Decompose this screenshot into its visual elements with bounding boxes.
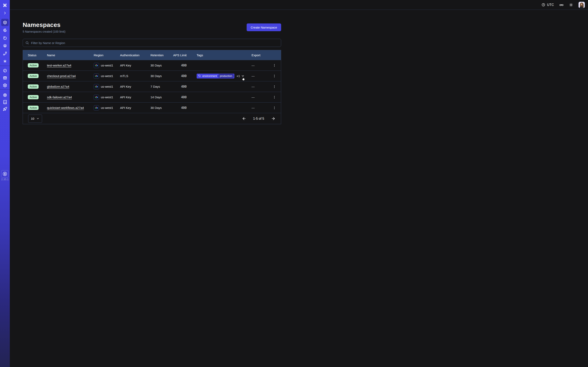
export-cell: — (247, 74, 268, 78)
status-badge: Active (28, 74, 39, 78)
status-badge: Active (28, 95, 39, 99)
namespace-link[interactable]: checkout-prod.a27a4 (47, 74, 76, 78)
sidebar-divider (0, 89, 10, 90)
aps-limit-cell: 400 (168, 64, 192, 67)
tags-cell: environment production +1 (192, 74, 247, 78)
page-title: Namespaces (23, 21, 65, 28)
search-icon (25, 41, 29, 45)
expand-chevron-icon[interactable] (1, 9, 9, 17)
aps-limit-cell: 400 (168, 106, 192, 110)
pagination-range: 1-5 of 5 (253, 117, 264, 120)
name-cell: sdk-failover.a27a4 (42, 95, 89, 99)
gcp-cloud-icon (94, 95, 99, 100)
sidebar-item-batch-operations[interactable] (1, 50, 9, 57)
row-menu-kebab-icon[interactable] (272, 73, 277, 79)
row-menu-kebab-icon[interactable] (272, 63, 277, 68)
billing-window-icon (3, 76, 7, 80)
region-label: us-west1 (101, 85, 113, 88)
sidebar-item-namespaces[interactable] (1, 19, 9, 26)
namespace-link[interactable]: test-worker.a27a4 (47, 64, 71, 67)
sidebar-item-docs[interactable] (1, 98, 9, 106)
sidebar-item-billing[interactable] (1, 74, 9, 82)
retention-cell: 14 Days (146, 95, 168, 99)
tag-pill[interactable]: environment production (197, 74, 234, 78)
spiral-icon (3, 28, 7, 33)
timer-icon (3, 36, 7, 40)
sidebar-item-nexus[interactable] (1, 58, 9, 65)
export-cell: — (247, 85, 268, 88)
topbar: UTC (10, 0, 294, 10)
status-badge: Active (28, 63, 39, 67)
sidebar-item-schedules[interactable] (1, 34, 9, 42)
tag-expand-chevron-icon[interactable] (241, 74, 245, 78)
create-namespace-button[interactable]: Create Namespace (247, 24, 281, 31)
page-title-block: Namespaces 5 Namespaces created (100 lim… (23, 21, 65, 33)
support-lifebuoy-icon (3, 93, 7, 97)
plan-badge-dollar-icon[interactable] (1, 170, 9, 178)
layers-icon (3, 44, 7, 48)
tag-more-count: +1 (236, 74, 240, 78)
page-size-select[interactable]: 10 (28, 115, 42, 123)
row-menu-kebab-icon[interactable] (272, 84, 277, 89)
region-label: us-west1 (101, 74, 113, 78)
column-header-aps: APS Limit (168, 53, 192, 57)
namespace-link[interactable]: quickstart-workflows.a27a4 (47, 106, 84, 109)
namespace-link[interactable]: globalizer.a27a4 (47, 85, 69, 88)
row-menu-kebab-icon[interactable] (272, 105, 277, 110)
arrow-right-icon (271, 117, 276, 121)
filter-input[interactable] (31, 41, 278, 45)
sidebar-item-deployments[interactable] (1, 42, 9, 49)
auth-cell: API Key (115, 95, 146, 99)
tag-icon (198, 75, 201, 77)
export-cell: — (247, 106, 268, 109)
app-version: 2.35.1 (0, 178, 10, 181)
aps-limit-cell: 400 (168, 85, 192, 89)
row-menu-kebab-icon[interactable] (272, 95, 277, 100)
region-cell: us-west1 (89, 105, 115, 110)
retention-cell: 30 Days (146, 106, 168, 109)
status-cell: Active (23, 106, 42, 110)
aps-limit-cell: 400 (168, 74, 192, 78)
table-row: Active checkout-prod.a27a4 us-west1 (23, 71, 281, 81)
gcp-cloud-icon (94, 105, 99, 110)
region-label: us-west1 (101, 95, 113, 99)
sidebar-item-settings[interactable] (1, 82, 9, 89)
arrow-left-icon (242, 117, 246, 121)
region-cell: us-west1 (89, 95, 115, 100)
docs-book-icon (3, 100, 7, 104)
name-cell: checkout-prod.a27a4 (42, 74, 89, 78)
column-header-name: Name (42, 53, 89, 57)
table-row: Active test-worker.a27a4 us-west1 A (23, 60, 281, 71)
tag-group: environment production +1 (197, 74, 245, 78)
status-badge: Active (28, 106, 39, 110)
sidebar-item-support[interactable] (1, 91, 9, 99)
temporal-logo-icon (1, 2, 9, 9)
actions-cell (268, 84, 281, 89)
sidebar-item-usage[interactable] (1, 67, 9, 74)
settings-gear-icon (3, 83, 7, 87)
export-cell: — (247, 64, 268, 67)
auth-cell: API Key (115, 64, 146, 67)
status-badge: Active (28, 84, 39, 89)
namespaces-table: Status Name Region Authentication Retent… (23, 50, 281, 124)
auth-cell: API Key (115, 106, 146, 109)
column-header-region: Region (89, 53, 115, 57)
actions-cell (268, 73, 281, 79)
workflow-branch-icon (3, 51, 7, 56)
namespace-link[interactable]: sdk-failover.a27a4 (47, 95, 72, 99)
column-header-status: Status (23, 53, 42, 57)
previous-page-button[interactable] (242, 117, 246, 121)
pagination-bar: 10 1-5 of 5 (23, 113, 281, 124)
region-label: us-west1 (101, 64, 113, 67)
page-size-value: 10 (31, 117, 34, 120)
aps-limit-cell: 400 (168, 95, 192, 99)
region-label: us-west1 (101, 106, 113, 109)
table-header-row: Status Name Region Authentication Retent… (23, 50, 281, 60)
sidebar-item-getting-started[interactable] (1, 105, 9, 113)
retention-cell: 30 Days (146, 74, 168, 78)
sidebar-item-workflows[interactable] (1, 26, 9, 34)
filter-search-box[interactable] (23, 39, 281, 47)
retention-cell: 7 Days (146, 85, 168, 88)
next-page-button[interactable] (271, 117, 276, 121)
column-header-tags: Tags (192, 53, 247, 57)
